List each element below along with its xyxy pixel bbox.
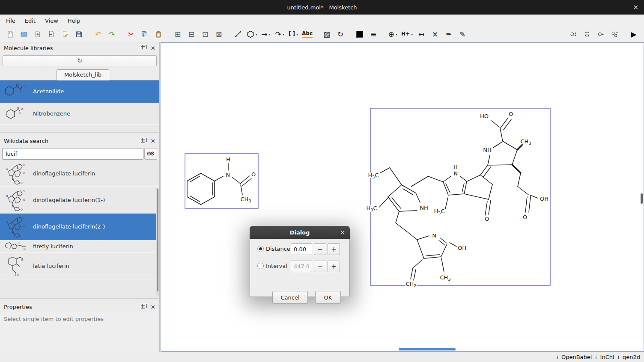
horizontal-scrollbar[interactable] — [399, 348, 456, 350]
window-title: untitled.mol* - Molsketch — [287, 4, 357, 11]
drawing-canvas[interactable]: HNOCH3HOONHCH3H3CHNNHH3CH3COOHONOHCH3CH2 — [161, 42, 644, 352]
title-bar[interactable]: untitled.mol* - Molsketch × — [0, 0, 644, 15]
cut-icon[interactable]: ✂ — [125, 28, 137, 40]
menu-help[interactable]: Help — [65, 16, 86, 26]
vertical-scrollbar[interactable] — [641, 193, 643, 204]
list-item[interactable]: SOfirefly luciferin — [0, 240, 159, 253]
diradical-icon[interactable] — [609, 28, 620, 40]
list-item[interactable]: NOONOdinoflagellate luciferin(2-) — [0, 214, 159, 240]
dialog-close-icon[interactable]: × — [340, 229, 345, 236]
zoom-fit-icon[interactable]: ⊠ — [213, 28, 224, 40]
list-item[interactable]: NOONOdinoflagellate luciferin(1-) — [0, 187, 159, 214]
window-close-icon[interactable]: × — [633, 0, 638, 15]
list-item[interactable]: OOlatia luciferin — [0, 253, 159, 279]
charge-tool-dropdown-icon[interactable]: ▾ — [396, 33, 397, 36]
pen-minus-icon[interactable]: ✎ — [457, 28, 468, 40]
interval-input[interactable] — [291, 261, 312, 272]
curved-arrow-icon[interactable]: ↷▾ — [274, 28, 285, 40]
interval-minus-button[interactable]: − — [314, 261, 326, 272]
dock-float-icon[interactable] — [141, 305, 145, 309]
refresh-libraries-button[interactable]: ↻ — [3, 55, 157, 66]
save-file-icon[interactable] — [32, 28, 43, 40]
dinoflagellate-luciferin-molecule[interactable]: HOONHCH3H3CHNNHH3CH3COOHONOHCH3CH2 — [367, 108, 550, 288]
menu-file[interactable]: File — [3, 16, 21, 26]
text-tool-icon[interactable]: Abc — [301, 28, 313, 40]
distance-plus-button[interactable]: + — [328, 243, 340, 255]
acetanilide-molecule[interactable]: HNOCH3 — [185, 154, 258, 208]
wikidata-search-input[interactable] — [2, 148, 143, 160]
rotate-tool-icon[interactable]: ↻ — [335, 28, 346, 40]
hydrogen-tool-dropdown-icon[interactable]: ▾ — [411, 33, 413, 36]
undo-icon[interactable]: ↶ — [92, 28, 104, 40]
libraries-dock-header: Molecule libraries × — [0, 42, 159, 53]
import-file-icon[interactable] — [46, 28, 57, 40]
bracket-tool-icon[interactable]: [ ]▾ — [288, 28, 299, 40]
atom-label: O — [523, 214, 527, 220]
list-item[interactable]: NOAcetanilide — [0, 80, 159, 103]
tab-molsketch-lib[interactable]: Molsketch_lib — [57, 69, 109, 80]
distance-radio[interactable] — [257, 246, 264, 252]
dock-float-icon[interactable] — [141, 46, 145, 50]
item-label: latia luciferin — [33, 263, 69, 269]
wikidata-search-button[interactable] — [144, 148, 157, 160]
open-file-icon[interactable] — [18, 28, 30, 40]
distance-minus-button[interactable]: − — [314, 243, 326, 255]
svg-text:O: O — [23, 198, 25, 201]
ok-button[interactable]: OK — [315, 291, 341, 304]
atom-label: N — [432, 232, 436, 239]
svg-text:O: O — [21, 107, 23, 110]
draw-bond-icon[interactable] — [233, 28, 244, 40]
redo-icon[interactable]: ↷ — [106, 28, 117, 40]
interval-plus-button[interactable]: + — [328, 261, 340, 272]
left-dock: Molecule libraries × ↻ Molsketch_lib NOA… — [0, 42, 160, 352]
ring-tool-dropdown-icon[interactable]: ▾ — [256, 33, 257, 36]
dock-float-icon[interactable] — [141, 139, 145, 143]
list-item[interactable]: NOONOdinoflagellate luciferin — [0, 160, 159, 187]
toolbar-overflow-icon[interactable]: ▶ — [628, 28, 639, 40]
save-as-icon[interactable] — [73, 28, 84, 40]
dock-close-icon[interactable]: × — [150, 304, 155, 310]
svg-text:N: N — [17, 83, 19, 86]
atom-label: O — [509, 111, 513, 117]
pen-plus-icon[interactable]: ✒ — [443, 28, 454, 40]
paste-icon[interactable] — [153, 28, 164, 40]
reaction-arrow-dropdown-icon[interactable]: ▾ — [269, 33, 271, 36]
charge-tool-icon[interactable]: ⊕▾ — [387, 28, 398, 40]
delete-tool-icon[interactable]: × — [429, 28, 441, 40]
menu-edit[interactable]: Edit — [22, 16, 41, 26]
zoom-out-icon[interactable]: ⊟ — [186, 28, 197, 40]
dock-close-icon[interactable]: × — [150, 138, 155, 144]
svg-text:O: O — [21, 181, 23, 184]
color-swatch-icon[interactable] — [354, 28, 365, 40]
line-width-icon[interactable]: ≡ — [368, 28, 379, 40]
list-item[interactable]: NOONitrobenzene — [0, 103, 159, 125]
hatch-bond-icon[interactable]: ▨ — [321, 28, 332, 40]
dialog-titlebar[interactable]: Dialog × — [250, 226, 350, 239]
zoom-original-icon[interactable]: ⊡ — [200, 28, 211, 40]
dino-structure-thumbnail: NOONO — [2, 215, 30, 238]
menu-view[interactable]: View — [42, 16, 63, 26]
detach-hydrogen-icon[interactable]: ↤ — [416, 28, 427, 40]
list-scrollbar[interactable] — [156, 187, 159, 296]
bracket-tool-dropdown-icon[interactable]: ▾ — [296, 33, 298, 36]
distance-input[interactable] — [291, 243, 312, 255]
item-label: dinoflagellate luciferin(2-) — [33, 223, 105, 230]
radical-icon[interactable] — [595, 28, 606, 40]
interval-radio[interactable] — [257, 263, 264, 269]
dialog-body: Distance − + Interval − + Cancel OK — [250, 239, 350, 297]
svg-text:N: N — [6, 168, 8, 171]
ring-tool-icon[interactable]: ▾ — [246, 28, 258, 40]
copy-icon[interactable] — [139, 28, 150, 40]
curved-arrow-dropdown-icon[interactable]: ▾ — [283, 33, 284, 36]
new-file-icon[interactable] — [5, 28, 16, 40]
svg-text:O: O — [17, 273, 19, 276]
hydrogen-tool-icon[interactable]: H+▾ — [401, 28, 413, 40]
electron-pair-icon[interactable] — [581, 28, 593, 40]
interval-label: Interval — [266, 263, 287, 269]
dock-close-icon[interactable]: × — [150, 45, 155, 51]
lone-pair-icon[interactable] — [568, 28, 579, 40]
export-file-icon[interactable] — [60, 28, 71, 40]
reaction-arrow-icon[interactable]: →▾ — [260, 28, 271, 40]
zoom-in-icon[interactable]: ⊞ — [172, 28, 183, 40]
cancel-button[interactable]: Cancel — [272, 291, 308, 304]
